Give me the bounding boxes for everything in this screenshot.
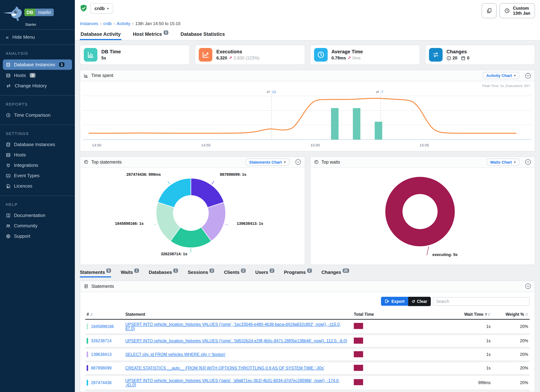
database-icon: [6, 62, 11, 67]
waits-chart-selector[interactable]: Waits Chart ▾: [487, 159, 520, 166]
copy-link-button[interactable]: [482, 3, 497, 18]
dtab-clients[interactable]: Clients2: [224, 269, 246, 277]
col-header-weight[interactable]: Weight % ⇵: [492, 310, 530, 319]
statement-link[interactable]: UPSERT INTO vehicle_location_histories V…: [125, 378, 340, 387]
table-row: 887898099 CREATE STATISTICS __auto__ FRO…: [85, 361, 530, 375]
licence-document-icon: [6, 184, 11, 189]
svg-text:13: 13: [272, 90, 276, 94]
statement-id-link[interactable]: 139638413: [91, 352, 111, 357]
sidebar-item-community[interactable]: Community: [0, 221, 75, 231]
sidebar-item-label: Database Instances: [14, 62, 55, 67]
collapse-panel-button[interactable]: [525, 283, 531, 289]
tab-host-metrics[interactable]: Host Metrics0: [132, 28, 169, 40]
copy-icon: [486, 8, 492, 14]
statements-donut-chart[interactable]: [80, 168, 304, 264]
dtab-changes[interactable]: Changes20: [321, 269, 349, 277]
chevron-down-icon: ▾: [284, 160, 285, 164]
tab-database-activity[interactable]: Database Activity: [80, 28, 121, 40]
statement-id-link[interactable]: 326238714: [91, 339, 111, 343]
sidebar-item-hosts-settings[interactable]: Hosts: [0, 150, 75, 160]
statement-id-link[interactable]: 887898099: [91, 366, 111, 370]
tab-badge: 2: [241, 268, 246, 273]
database-icon: [6, 142, 11, 147]
dtab-databases[interactable]: Databases1: [149, 269, 178, 277]
chevron-down-icon: ▾: [514, 160, 516, 164]
dtab-programs[interactable]: Programs2: [284, 269, 312, 277]
sidebar-item-licences[interactable]: Licences: [0, 181, 75, 191]
activity-chart-selector[interactable]: Activity Chart ▾: [483, 72, 519, 79]
statement-link[interactable]: UPSERT INTO vehicle_location_histories V…: [125, 339, 347, 343]
breadcrumb-activity[interactable]: Activity: [117, 21, 130, 26]
changes-card[interactable]: Changes 20 0: [425, 45, 535, 65]
wait-time-value: 1s: [419, 347, 492, 361]
export-icon: [385, 299, 389, 303]
hide-menu-label: Hide Menu: [12, 34, 35, 40]
sidebar-item-label: Integrations: [14, 163, 38, 168]
selector-label: Statements Chart: [249, 160, 282, 164]
collapse-panel-button[interactable]: [525, 73, 531, 79]
tab-database-statistics[interactable]: Database Statistics: [180, 28, 226, 40]
time-spent-chart[interactable]: ⇄13⇄714:5014:5515:0015:05Peak Time: 2s, …: [80, 81, 535, 151]
export-button[interactable]: Export: [381, 297, 408, 306]
instance-name: crdb: [95, 6, 105, 11]
undo-icon: ↺: [412, 299, 415, 304]
count-badge: 1: [59, 62, 65, 67]
sidebar-item-label: Change History: [15, 83, 47, 89]
col-header-total-time[interactable]: Total Time: [352, 310, 419, 319]
breadcrumb-separator: ›: [132, 21, 133, 26]
dtab-statements[interactable]: Statements5: [80, 269, 111, 277]
executions-card[interactable]: Executions 6,320 ↗ 2,830 (123%): [195, 45, 305, 65]
sidebar-item-database-instances[interactable]: Database Instances 1: [3, 60, 72, 70]
col-header-statement[interactable]: Statement: [124, 310, 352, 319]
weight-value: 20%: [492, 347, 530, 361]
statement-link[interactable]: SELECT city, id FROM vehicles WHERE city…: [125, 352, 225, 357]
card-delta: 2,830 (123%): [234, 55, 260, 60]
col-header-wait-time[interactable]: Wait Time ↑⇵: [419, 310, 492, 319]
clear-label: Clear: [417, 299, 427, 303]
hide-menu-button[interactable]: « Hide Menu: [0, 30, 75, 45]
panel-title: Time spent: [91, 73, 113, 78]
statement-page-icon: [84, 284, 88, 288]
db-time-card[interactable]: DB Time 5s: [80, 45, 190, 65]
sidebar-item-label: Hosts: [14, 73, 26, 78]
svg-text:15:00: 15:00: [310, 143, 320, 147]
sidebar-item-integrations[interactable]: Integrations: [0, 160, 75, 170]
card-value: 6,320: [216, 55, 227, 60]
sidebar-item-support[interactable]: Support: [0, 231, 75, 241]
collapse-panel-button[interactable]: [295, 159, 301, 165]
statements-chart-selector[interactable]: Statements Chart ▾: [246, 159, 289, 166]
sidebar-item-change-history[interactable]: ⇄ Change History: [0, 80, 75, 91]
sidebar-item-hosts[interactable]: Hosts 0: [0, 70, 75, 80]
average-time-card[interactable]: Average Time 0.79ms ↗ 0ms: [310, 45, 420, 65]
breadcrumb-instances[interactable]: Instances: [80, 21, 98, 26]
sidebar-item-time-comparison[interactable]: Time Comparison: [0, 110, 75, 120]
tab-badge: 2: [210, 268, 214, 273]
breadcrumb-crdb[interactable]: crdb: [103, 21, 112, 26]
statement-id-link[interactable]: 287474436: [91, 380, 111, 385]
collapse-panel-button[interactable]: [525, 159, 531, 165]
line-chart-icon: [199, 48, 213, 62]
series-color-tick: [87, 338, 88, 344]
sidebar-item-database-instances-settings[interactable]: Database Instances: [0, 139, 75, 150]
brand-db-badge: DB: [24, 9, 35, 16]
dtab-waits[interactable]: Waits1: [121, 269, 139, 277]
clear-button[interactable]: ↺ Clear: [408, 297, 431, 306]
card-value: 0.79ms: [331, 55, 346, 60]
sidebar-item-event-types[interactable]: Event Types: [0, 170, 75, 181]
dtab-sessions[interactable]: Sessions2: [188, 269, 214, 277]
instance-selector[interactable]: crdb ▾: [90, 3, 113, 14]
brand-block[interactable]: DB marlin Starter: [0, 0, 75, 29]
dtab-users[interactable]: Users2: [255, 269, 274, 277]
time-range-button[interactable]: Custom 13th Jan: [500, 3, 535, 18]
table-header-row: # ⇵ Statement Total Time Wait Time ↑⇵ We…: [85, 310, 530, 319]
statement-id-link[interactable]: 1845898166: [91, 324, 114, 328]
people-icon: [6, 223, 11, 228]
statement-link[interactable]: CREATE STATISTICS __auto__ FROM [63] WIT…: [125, 366, 324, 370]
tab-badge: 0: [164, 30, 168, 35]
search-input[interactable]: [433, 297, 530, 306]
col-header-id[interactable]: # ⇵: [85, 310, 124, 319]
sidebar-item-documentation[interactable]: Documentation: [0, 210, 75, 221]
statement-link[interactable]: UPSERT INTO vehicle_location_histories V…: [125, 322, 341, 331]
waits-donut-chart[interactable]: [310, 168, 533, 264]
selector-label: Waits Chart: [490, 160, 512, 164]
